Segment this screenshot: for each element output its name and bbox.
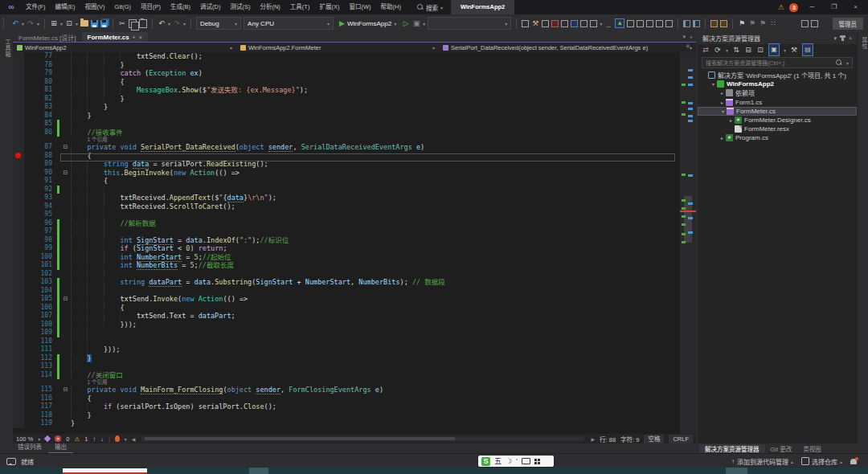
minimize-button[interactable]: ─ — [804, 0, 820, 14]
breakpoint-margin[interactable] — [13, 52, 24, 61]
document-tab[interactable]: FormMeter.cs [设计] — [13, 32, 82, 42]
codelens-references[interactable]: 1 个引用 — [71, 379, 107, 386]
code-line[interactable]: 108})); — [13, 321, 680, 329]
code-line[interactable]: 119} — [13, 419, 680, 428]
nav-forward-icon[interactable]: ↷ — [27, 18, 35, 28]
outlining-margin[interactable] — [60, 103, 71, 112]
next-bookmark-icon[interactable]: ⚑ — [759, 18, 767, 28]
outlining-margin[interactable] — [60, 304, 71, 313]
feedback-icon[interactable] — [6, 458, 16, 465]
code-line[interactable]: 85 — [13, 120, 680, 129]
breakpoint-margin[interactable] — [13, 386, 24, 394]
close-icon[interactable]: × — [849, 35, 852, 41]
breakpoint-margin[interactable] — [13, 270, 24, 279]
menu-item[interactable]: 窗口(W) — [344, 0, 375, 14]
breakpoint-margin[interactable] — [13, 137, 24, 143]
code-line[interactable]: 80{ — [13, 78, 680, 87]
code-line[interactable]: 109 — [13, 329, 680, 337]
outlining-margin[interactable] — [60, 95, 71, 104]
code-line[interactable]: 91{ — [13, 177, 680, 186]
whitespace-mode[interactable]: 空格 — [644, 435, 664, 443]
outlining-margin[interactable] — [60, 337, 71, 346]
line-indicator[interactable]: 行: 88 — [600, 435, 616, 443]
breakpoint-margin[interactable] — [13, 371, 24, 380]
configuration-dropdown[interactable]: Debug▾ — [196, 17, 241, 30]
outlining-margin[interactable] — [60, 411, 71, 420]
code-line[interactable]: 81MessageBox.Show($"发送失败: {ex.Message}")… — [13, 86, 680, 95]
outlining-margin[interactable] — [60, 312, 71, 321]
code-line[interactable]: 115⊟private void MainForm_FormClosing(ob… — [13, 386, 680, 394]
open-folder-icon[interactable] — [80, 20, 88, 27]
switch-views-icon[interactable]: ⇄ — [702, 45, 710, 55]
breakpoint-margin[interactable] — [13, 169, 24, 178]
pin-icon[interactable] — [841, 35, 844, 41]
breakpoint-margin[interactable] — [13, 219, 24, 228]
breakpoint-margin[interactable] — [13, 287, 24, 296]
breakpoint-margin[interactable] — [13, 202, 24, 211]
breakpoint-margin[interactable] — [13, 186, 24, 194]
code-line[interactable]: 94txtReceived.ScrollToCaret(); — [13, 202, 680, 211]
codelens-indicator-icon[interactable] — [44, 435, 51, 442]
outlining-margin[interactable] — [60, 253, 71, 262]
close-button[interactable]: × — [848, 0, 863, 14]
hot-reload-icon[interactable] — [115, 435, 120, 442]
breakpoint-margin[interactable] — [13, 362, 24, 371]
moon-icon[interactable]: ☽ — [506, 456, 512, 467]
chevron-down-icon[interactable]: ▾ — [37, 21, 39, 27]
chevron-collapsed-icon[interactable]: ▸ — [727, 117, 735, 123]
eol-mode[interactable]: CRLF — [669, 435, 693, 443]
code-line[interactable]: 102 — [13, 270, 680, 279]
toolbox-icon[interactable] — [551, 20, 559, 27]
outlining-margin[interactable] — [60, 287, 71, 296]
solution-explorer-header[interactable]: 解决方案资源管理器 ▾ × — [698, 32, 857, 44]
outlining-margin[interactable] — [60, 362, 71, 371]
code-line[interactable]: 113 — [13, 362, 680, 371]
menu-item[interactable]: 测试(S) — [225, 0, 255, 14]
code-line[interactable]: 86//接收事件 — [13, 129, 680, 137]
breakpoint-margin[interactable] — [13, 69, 24, 78]
chevron-down-icon[interactable]: ▾ — [833, 35, 837, 42]
code-line[interactable]: 97 — [13, 227, 680, 236]
outlining-margin[interactable]: ⊟ — [60, 386, 71, 394]
breakpoint-margin[interactable] — [13, 112, 24, 121]
document-search-icon[interactable] — [811, 20, 818, 27]
outlining-margin[interactable] — [60, 354, 71, 363]
outlining-margin[interactable] — [60, 278, 71, 287]
outlining-margin[interactable] — [60, 78, 71, 87]
code-line[interactable]: 90⊟this.BeginInvoke(new Action(() => — [13, 169, 680, 178]
chevron-down-icon[interactable]: ▾ — [600, 21, 602, 27]
warning-count[interactable]: 1 — [84, 435, 88, 443]
breadcrumb-type[interactable]: WinFormsApp2.FormMeter ▾ — [236, 43, 439, 52]
punctuation-icon[interactable]: ’ — [516, 456, 518, 467]
panel-tab[interactable]: 解决方案资源管理器 — [699, 444, 765, 453]
outlining-margin[interactable] — [60, 321, 71, 329]
menu-item[interactable]: 调试(D) — [195, 0, 225, 14]
outlining-margin[interactable] — [60, 394, 71, 403]
outlining-margin[interactable] — [60, 160, 71, 169]
outlining-margin[interactable] — [60, 236, 71, 245]
tree-item[interactable]: ▸#Program.cs — [698, 133, 857, 142]
code-line[interactable]: 104 — [13, 287, 680, 296]
chevron-collapsed-icon[interactable]: ▸ — [719, 100, 726, 105]
chevron-expanded-icon[interactable]: ▾ — [719, 108, 727, 114]
chevron-collapsed-icon[interactable]: ▸ — [719, 90, 726, 96]
menu-item[interactable]: 编辑(E) — [51, 0, 80, 14]
start-without-debugging-icon[interactable]: ▷ — [402, 18, 410, 28]
tree-item[interactable]: 解决方案 'WinFormsApp2' (1 个项目, 共 1 个) — [698, 71, 857, 80]
chevron-expanded-icon[interactable]: ▾ — [710, 81, 717, 87]
breakpoint-margin[interactable] — [13, 304, 24, 313]
menu-item[interactable]: 生成(B) — [166, 0, 195, 14]
code-line[interactable]: 117if (serialPort.IsOpen) serialPort.Clo… — [13, 402, 680, 411]
next-issue-icon[interactable]: ↓ — [100, 435, 104, 443]
chevron-down-icon[interactable]: ▾ — [168, 21, 170, 27]
copy-docs-icon[interactable] — [580, 20, 588, 27]
user-settings-icon[interactable] — [561, 20, 568, 27]
indent-decrease-icon[interactable] — [683, 20, 690, 27]
bookmark-icon[interactable]: ⚑ — [738, 18, 746, 28]
menu-item[interactable]: 工具(T) — [285, 0, 315, 14]
breakpoint-icon[interactable] — [15, 153, 21, 158]
card-icon[interactable] — [590, 20, 597, 27]
properties-collapsed-tab[interactable]: 属性 — [860, 37, 868, 50]
scroll-right-icon[interactable]: ▶ — [591, 436, 595, 442]
outlining-margin[interactable] — [60, 177, 71, 186]
